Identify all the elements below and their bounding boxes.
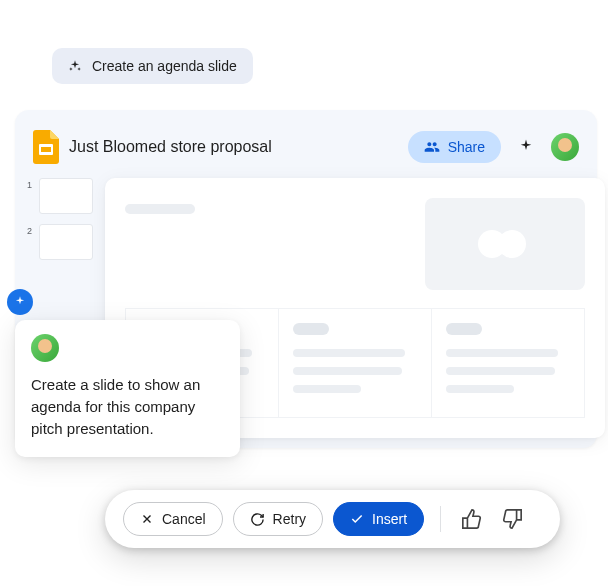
placeholder-line: [293, 385, 361, 393]
sparkle-icon: [68, 59, 82, 73]
action-bar: Cancel Retry Insert: [105, 490, 560, 548]
avatar: [31, 334, 59, 362]
insert-button[interactable]: Insert: [333, 502, 424, 536]
cancel-button[interactable]: Cancel: [123, 502, 223, 536]
thumbnail[interactable]: [39, 178, 93, 214]
svg-point-3: [498, 230, 526, 258]
app-header: Just Bloomed store proposal Share: [15, 126, 597, 178]
divider: [440, 506, 441, 532]
canvas-column: [431, 308, 585, 418]
retry-label: Retry: [273, 511, 306, 527]
people-icon: [424, 139, 440, 155]
thumbnail[interactable]: [39, 224, 93, 260]
placeholder-line: [125, 204, 195, 214]
slides-logo-icon: [33, 130, 59, 164]
suggestion-label: Create an agenda slide: [92, 58, 237, 74]
share-label: Share: [448, 139, 485, 155]
document-title[interactable]: Just Bloomed store proposal: [69, 138, 398, 156]
canvas-hero: [125, 198, 585, 290]
thumbs-down-button[interactable]: [497, 504, 527, 534]
thumbnail-number: 1: [27, 178, 35, 190]
refresh-icon: [250, 512, 265, 527]
sparkle-icon[interactable]: [517, 138, 535, 156]
share-button[interactable]: Share: [408, 131, 501, 163]
canvas-hero-image: [425, 198, 585, 290]
placeholder-line: [446, 385, 514, 393]
cancel-label: Cancel: [162, 511, 206, 527]
prompt-text: Create a slide to show an agenda for thi…: [31, 374, 224, 439]
canvas-column: [278, 308, 431, 418]
svg-rect-1: [41, 147, 51, 152]
avatar[interactable]: [551, 133, 579, 161]
thumbs-up-button[interactable]: [457, 504, 487, 534]
check-icon: [350, 512, 364, 526]
thumbs-up-icon: [461, 508, 483, 530]
placeholder-line: [446, 349, 558, 357]
retry-button[interactable]: Retry: [233, 502, 323, 536]
placeholder-line: [293, 323, 329, 335]
ai-sparkle-badge[interactable]: [7, 289, 33, 315]
suggestion-chip[interactable]: Create an agenda slide: [52, 48, 253, 84]
thumbs-down-icon: [501, 508, 523, 530]
close-icon: [140, 512, 154, 526]
placeholder-line: [446, 323, 482, 335]
placeholder-line: [293, 367, 402, 375]
thumbnail-row[interactable]: 2: [27, 224, 95, 260]
insert-label: Insert: [372, 511, 407, 527]
placeholder-line: [293, 349, 405, 357]
placeholder-line: [446, 367, 555, 375]
prompt-card: Create a slide to show an agenda for thi…: [15, 320, 240, 457]
canvas-hero-text: [125, 198, 409, 290]
thumbnail-row[interactable]: 1: [27, 178, 95, 214]
thumbnail-number: 2: [27, 224, 35, 236]
